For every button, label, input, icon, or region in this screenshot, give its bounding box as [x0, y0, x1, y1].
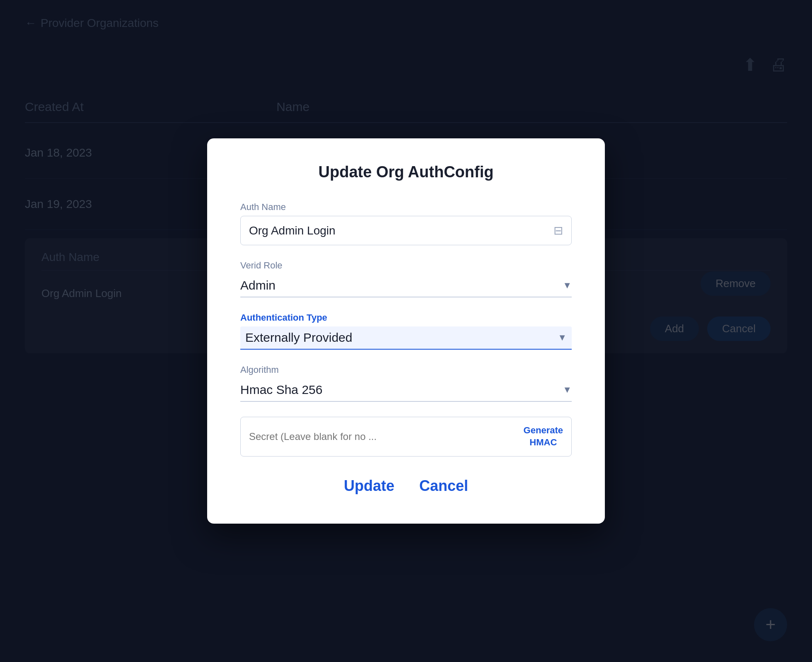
- verid-role-group: Verid Role Admin ▼: [240, 260, 572, 297]
- auth-type-value: Externally Provided: [245, 331, 558, 345]
- verid-role-value: Admin: [240, 278, 563, 292]
- algorithm-value: Hmac Sha 256: [240, 383, 563, 397]
- id-card-icon: ⊟: [553, 224, 563, 237]
- modal-actions: Update Cancel: [240, 477, 572, 495]
- cancel-modal-button[interactable]: Cancel: [419, 477, 468, 495]
- verid-role-arrow-icon: ▼: [563, 280, 572, 291]
- algorithm-label: Algorithm: [240, 365, 572, 375]
- algorithm-arrow-icon: ▼: [563, 384, 572, 395]
- auth-name-input[interactable]: [249, 224, 553, 237]
- auth-type-select[interactable]: Externally Provided ▼: [240, 326, 572, 350]
- secret-group: Generate HMAC: [240, 417, 572, 456]
- algorithm-group: Algorithm Hmac Sha 256 ▼: [240, 365, 572, 402]
- modal-title: Update Org AuthConfig: [240, 163, 572, 181]
- auth-name-input-wrapper: ⊟: [240, 216, 572, 245]
- algorithm-select[interactable]: Hmac Sha 256 ▼: [240, 379, 572, 402]
- secret-input[interactable]: [249, 431, 515, 442]
- auth-type-group: Authentication Type Externally Provided …: [240, 312, 572, 350]
- auth-name-label: Auth Name: [240, 202, 572, 213]
- update-button[interactable]: Update: [344, 477, 394, 495]
- verid-role-select[interactable]: Admin ▼: [240, 274, 572, 297]
- update-auth-config-modal: Update Org AuthConfig Auth Name ⊟ Verid …: [207, 138, 605, 523]
- secret-wrapper: Generate HMAC: [240, 417, 572, 456]
- verid-role-label: Verid Role: [240, 260, 572, 271]
- generate-hmac-button[interactable]: Generate HMAC: [524, 425, 563, 448]
- auth-name-group: Auth Name ⊟: [240, 202, 572, 245]
- auth-type-arrow-icon: ▼: [558, 332, 567, 343]
- modal-overlay: Update Org AuthConfig Auth Name ⊟ Verid …: [0, 0, 812, 662]
- auth-type-label: Authentication Type: [240, 312, 572, 323]
